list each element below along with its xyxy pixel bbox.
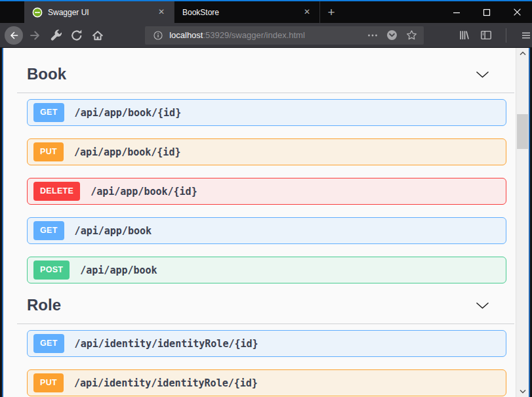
tab-bookstore[interactable]: BookStore ✕ [174,1,320,23]
back-button[interactable] [5,26,23,45]
url-path: :53929/swagger/index.html [203,30,304,40]
tab-bar: Swagger UI ✕ BookStore ✕ + [0,0,532,23]
window-controls [441,1,532,23]
home-button[interactable] [91,26,104,45]
forward-button[interactable] [29,26,42,45]
swagger-page: Book GET /api/app/book/{id} PUT /api/app… [3,48,516,397]
vertical-scrollbar[interactable] [516,48,529,397]
menu-hamburger-icon[interactable] [520,30,532,41]
section-header[interactable]: Role [27,296,506,314]
window-border-right [529,48,532,397]
endpoint-path: /api/identity/identityRole/{id} [74,377,258,389]
scroll-up-button[interactable] [516,48,529,59]
chevron-down-icon[interactable] [476,302,489,309]
navigation-toolbar: localhost:53929/swagger/index.html [0,23,532,48]
tab-title: BookStore [182,8,300,17]
method-badge: DELETE [33,182,80,201]
endpoint-path: /api/app/book [75,225,152,237]
url-bar[interactable]: localhost:53929/swagger/index.html [145,26,424,45]
toolbar-right-icons [459,28,532,43]
wrench-icon[interactable] [50,26,63,45]
chevron-down-icon[interactable] [476,71,489,78]
endpoint-path: /api/app/book [80,264,157,276]
browser-window: Swagger UI ✕ BookStore ✕ + [0,0,532,397]
api-tag-section-book: Book GET /api/app/book/{id} PUT /api/app… [27,65,506,283]
reload-button[interactable] [70,26,83,45]
section-rows: GET /api/identity/identityRole/{id} PUT … [27,330,506,396]
bookmark-star-icon[interactable] [406,30,417,41]
endpoint-path: /api/app/book/{id} [74,146,181,158]
tab-close-icon[interactable]: ✕ [300,6,314,19]
api-sections: Book GET /api/app/book/{id} PUT /api/app… [27,65,506,396]
endpoint-row[interactable]: DELETE /api/app/book/{id} [27,178,506,205]
toolbar-separator [506,28,506,43]
browser-viewport: Book GET /api/app/book/{id} PUT /api/app… [0,48,532,397]
maximize-button[interactable] [472,1,502,23]
method-badge: PUT [33,142,64,161]
endpoint-path: /api/app/book/{id} [75,107,182,119]
endpoint-row[interactable]: POST /api/app/book [27,257,506,283]
close-window-button[interactable] [502,1,532,23]
endpoint-path: /api/identity/identityRole/{id} [75,338,258,350]
url-text[interactable]: localhost:53929/swagger/index.html [169,30,367,40]
endpoint-row[interactable]: GET /api/app/book [27,217,506,244]
back-arrow-icon [9,30,19,41]
tab-swagger-ui[interactable]: Swagger UI ✕ [24,1,174,23]
tabbar-left-spacer [0,1,24,23]
endpoint-row[interactable]: PUT /api/identity/identityRole/{id} [27,369,506,396]
maximize-icon [483,9,491,16]
method-badge: GET [33,334,64,353]
sidebar-toggle-icon[interactable] [480,30,492,41]
endpoint-row[interactable]: GET /api/app/book/{id} [27,99,506,126]
close-icon [513,8,522,16]
scroll-down-button[interactable] [516,386,529,397]
section-header[interactable]: Book [27,65,506,83]
minimize-icon [453,9,460,16]
endpoint-row[interactable]: PUT /api/app/book/{id} [27,138,506,165]
tab-close-icon[interactable]: ✕ [155,6,168,19]
method-badge: GET [33,221,64,240]
url-host: localhost [169,30,203,40]
tabbar-spacer [342,1,441,23]
method-badge: POST [33,261,70,280]
endpoint-path: /api/app/book/{id} [91,186,197,198]
method-badge: GET [33,103,64,122]
section-divider [17,93,514,93]
section-title: Role [27,296,61,314]
scrollbar-thumb[interactable] [517,114,528,149]
section-divider [17,324,514,324]
tab-title: Swagger UI [48,8,155,17]
swagger-favicon-icon [32,7,43,18]
section-rows: GET /api/app/book/{id} PUT /api/app/book… [27,99,506,283]
url-actions [367,30,419,41]
minimize-button[interactable] [441,1,472,23]
scroll-up-icon [520,51,526,56]
method-badge: PUT [33,373,64,392]
pocket-icon[interactable] [386,30,398,41]
section-title: Book [27,65,66,83]
site-info-icon[interactable] [153,30,163,41]
new-tab-button[interactable]: + [320,1,342,23]
window-accent-border [0,0,532,1]
scroll-down-icon [520,389,526,394]
library-icon[interactable] [459,30,470,41]
page-actions-icon[interactable] [367,30,378,41]
api-tag-section-role: Role GET /api/identity/identityRole/{id}… [27,296,506,396]
endpoint-row[interactable]: GET /api/identity/identityRole/{id} [27,330,506,357]
